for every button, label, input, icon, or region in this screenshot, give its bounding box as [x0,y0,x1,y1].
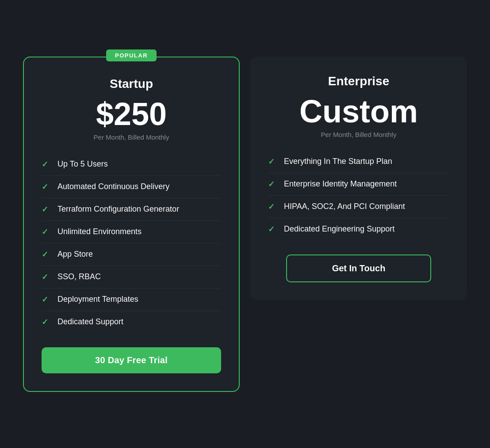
feature-text: SSO, RBAC [57,272,101,281]
startup-plan-name: Startup [42,77,221,91]
feature-text: Automated Continuous Delivery [57,182,169,191]
feature-item: ✓ Up To 5 Users [42,153,221,176]
feature-text: HIPAA, SOC2, And PCI Compliant [284,202,405,211]
enterprise-card: Enterprise Custom Per Month, Billed Mont… [250,57,467,300]
enterprise-cta-button[interactable]: Get In Touch [286,254,431,282]
feature-item: ✓ HIPAA, SOC2, And PCI Compliant [268,196,449,218]
feature-text: Unlimited Environments [57,227,142,236]
startup-cta-button[interactable]: 30 Day Free Trial [42,347,221,373]
check-icon: ✓ [268,202,277,212]
feature-text: Enterprise Identity Management [284,179,397,189]
feature-item: ✓ App Store [42,243,221,266]
feature-text: Terraform Configuration Generator [57,205,179,214]
check-icon: ✓ [42,182,50,192]
check-icon: ✓ [42,295,50,304]
feature-item: ✓ Everything In The Startup Plan [268,151,449,173]
feature-item: ✓ Deployment Templates [42,289,221,311]
check-icon: ✓ [42,159,50,169]
feature-item: ✓ Terraform Configuration Generator [42,198,221,221]
check-icon: ✓ [268,224,277,234]
popular-badge: POPULAR [106,49,157,61]
feature-text: Everything In The Startup Plan [284,157,392,166]
startup-billing: Per Month, Billed Monthly [42,133,221,141]
check-icon: ✓ [42,205,50,214]
feature-text: Dedicated Support [57,317,123,327]
feature-text: Up To 5 Users [57,159,108,169]
startup-price: $250 [42,98,221,130]
feature-text: App Store [57,250,93,259]
feature-item: ✓ Dedicated Support [42,311,221,333]
pricing-container: POPULAR Startup $250 Per Month, Billed M… [5,39,485,410]
check-icon: ✓ [42,317,50,327]
check-icon: ✓ [268,179,277,189]
check-icon: ✓ [42,272,50,282]
feature-text: Deployment Templates [57,295,138,304]
feature-item: ✓ Automated Continuous Delivery [42,176,221,198]
enterprise-plan-name: Enterprise [268,74,449,88]
feature-item: ✓ SSO, RBAC [42,266,221,289]
enterprise-price: Custom [268,95,449,127]
check-icon: ✓ [42,227,50,237]
check-icon: ✓ [42,250,50,259]
feature-item: ✓ Dedicated Engineering Support [268,218,449,240]
startup-card: POPULAR Startup $250 Per Month, Billed M… [23,57,240,392]
startup-features-list: ✓ Up To 5 Users ✓ Automated Continuous D… [42,153,221,333]
feature-item: ✓ Unlimited Environments [42,221,221,243]
enterprise-billing: Per Month, Billed Monthly [268,131,449,138]
feature-text: Dedicated Engineering Support [284,224,394,234]
enterprise-features-list: ✓ Everything In The Startup Plan ✓ Enter… [268,151,449,240]
feature-item: ✓ Enterprise Identity Management [268,173,449,196]
check-icon: ✓ [268,157,277,167]
